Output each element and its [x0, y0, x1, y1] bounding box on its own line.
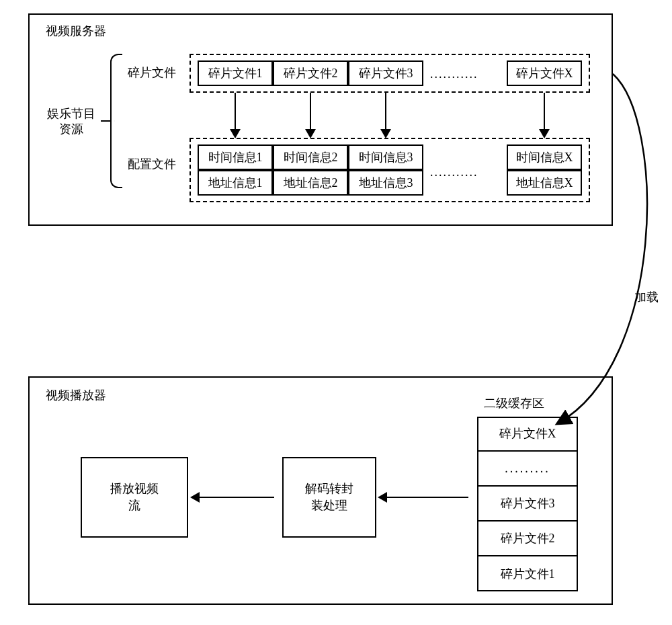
config-row-label: 配置文件: [128, 156, 176, 172]
load-label: 加载: [634, 289, 659, 305]
decode-box: 解码转封装处理: [282, 457, 376, 538]
ellipsis: ...........: [430, 165, 478, 179]
fragment-file-cell: 碎片文件3: [348, 60, 423, 86]
cache-item: 碎片文件2: [477, 522, 578, 556]
time-info-cell: 时间信息1: [198, 144, 273, 170]
arrow-head-icon: [380, 129, 391, 138]
arrow-line: [199, 497, 274, 498]
cache-item: 碎片文件X: [477, 417, 578, 452]
fragment-file-cell: 碎片文件2: [273, 60, 348, 86]
addr-info-cell: 地址信息3: [348, 170, 423, 196]
cache-item: 碎片文件3: [477, 487, 578, 522]
diagram-canvas: 视频服务器 娱乐节目资源 碎片文件 配置文件 碎片文件1 碎片文件2 碎片文件3…: [0, 0, 672, 625]
video-server-title: 视频服务器: [46, 23, 106, 39]
arrow-head-icon: [539, 129, 550, 138]
cache-item-ellipsis: .........: [477, 452, 578, 487]
play-video-box: 播放视频流: [81, 457, 188, 538]
video-player-title: 视频播放器: [46, 387, 106, 403]
arrow-line: [386, 497, 468, 498]
ellipsis: ...........: [430, 67, 478, 81]
cache-label: 二级缓存区: [484, 395, 544, 411]
arrow-head-icon: [305, 129, 316, 138]
arrow-head-icon: [230, 129, 241, 138]
arrow-line: [235, 93, 236, 130]
fragment-file-cell: 碎片文件X: [507, 60, 582, 86]
addr-info-cell: 地址信息2: [273, 170, 348, 196]
time-info-cell: 时间信息2: [273, 144, 348, 170]
arrow-head-icon: [190, 492, 200, 503]
addr-info-cell: 地址信息X: [507, 170, 582, 196]
arrow-line: [310, 93, 311, 130]
arrow-line: [544, 93, 545, 130]
addr-info-cell: 地址信息1: [198, 170, 273, 196]
arrow-line: [385, 93, 386, 130]
time-info-cell: 时间信息3: [348, 144, 423, 170]
time-info-cell: 时间信息X: [507, 144, 582, 170]
cache-item: 碎片文件1: [477, 556, 578, 591]
arrow-head-icon: [378, 492, 387, 503]
fragment-file-cell: 碎片文件1: [198, 60, 273, 86]
resource-label: 娱乐节目资源: [42, 106, 101, 138]
fragments-row-label: 碎片文件: [128, 65, 176, 81]
brace-icon: [99, 54, 121, 188]
